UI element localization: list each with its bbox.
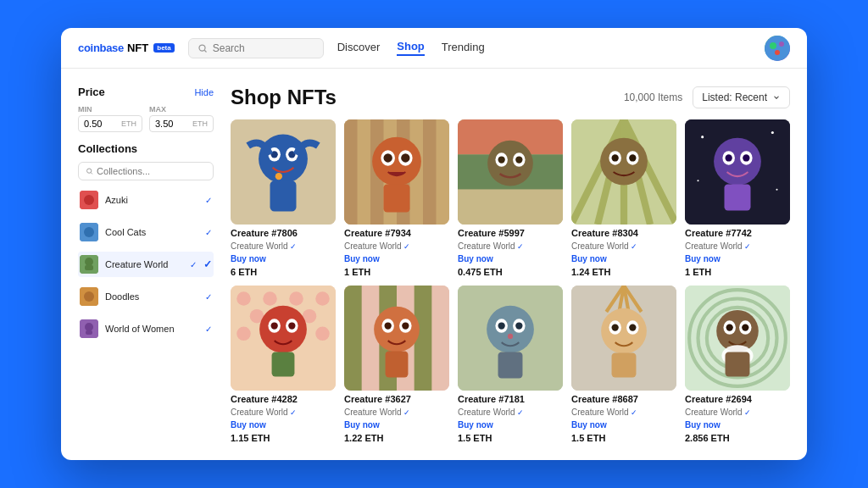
- sidebar: Price Hide MIN ETH MAX: [78, 86, 214, 443]
- svg-rect-38: [384, 184, 410, 212]
- nft-buy-8304[interactable]: Buy now: [571, 254, 676, 263]
- nft-card-8687[interactable]: Creature #8687 Creature World ✓ Buy now …: [571, 286, 676, 443]
- collection-item-doodles[interactable]: Doodles ✓: [78, 284, 214, 309]
- nft-image-4282: [231, 286, 336, 391]
- verified-icon-5997: ✓: [517, 242, 524, 251]
- creature-world-name: Creature World: [105, 259, 183, 269]
- nft-collection-7181: Creature World ✓: [458, 408, 563, 417]
- svg-line-7: [91, 173, 92, 175]
- nft-price-5997: 0.475 ETH: [458, 267, 563, 277]
- nft-card-7742[interactable]: Creature #7742 Creature World ✓ Buy now …: [685, 119, 790, 277]
- nft-price-8304: 1.24 ETH: [571, 267, 676, 277]
- sort-dropdown[interactable]: Listed: Recent: [693, 86, 790, 108]
- search-bar[interactable]: [188, 38, 324, 58]
- svg-point-54: [600, 138, 648, 186]
- search-input[interactable]: [213, 42, 314, 54]
- nft-card-2694[interactable]: Creature #2694 Creature World ✓ Buy now …: [685, 286, 790, 443]
- nft-buy-4282[interactable]: Buy now: [231, 420, 336, 430]
- svg-rect-105: [498, 352, 523, 379]
- svg-rect-89: [344, 286, 362, 391]
- avatar[interactable]: [765, 36, 790, 61]
- verified-icon-8687: ✓: [631, 408, 637, 417]
- nft-collection-7806: Creature World ✓: [231, 241, 336, 251]
- svg-point-13: [85, 258, 93, 266]
- svg-rect-87: [272, 352, 295, 377]
- nft-price-7806: 6 ETH: [231, 267, 336, 277]
- nft-buy-5997[interactable]: Buy now: [458, 254, 563, 263]
- svg-point-60: [714, 138, 761, 186]
- collection-item-azuki[interactable]: Azuki ✓: [78, 187, 214, 213]
- nav-discover[interactable]: Discover: [337, 41, 381, 55]
- svg-point-66: [701, 136, 704, 138]
- nft-name-7806: Creature #7806: [231, 228, 336, 238]
- nav-trending[interactable]: Trending: [442, 41, 485, 55]
- svg-rect-26: [270, 180, 297, 211]
- nav-shop[interactable]: Shop: [397, 40, 425, 56]
- svg-point-111: [601, 308, 647, 354]
- collection-item-creature-world[interactable]: Creature World ✓ ✓: [78, 252, 214, 277]
- svg-point-57: [612, 154, 619, 161]
- nft-buy-7934[interactable]: Buy now: [344, 254, 449, 263]
- svg-line-1: [204, 50, 206, 52]
- nft-buy-7742[interactable]: Buy now: [685, 254, 790, 263]
- nft-buy-8687[interactable]: Buy now: [571, 420, 676, 430]
- svg-point-102: [498, 322, 505, 329]
- search-icon: [198, 43, 208, 53]
- cool-cats-thumb: [80, 223, 98, 241]
- nft-image-8304: [571, 119, 676, 225]
- nft-buy-7181[interactable]: Buy now: [458, 420, 563, 430]
- page-title: Shop NFTs: [231, 86, 337, 109]
- nft-card-4282[interactable]: Creature #4282 Creature World ✓ Buy now …: [231, 286, 336, 443]
- collection-item-world-of-women[interactable]: World of Women ✓: [78, 316, 214, 341]
- nft-card-7181[interactable]: Creature #7181 Creature World ✓ Buy now …: [458, 286, 563, 443]
- nft-name-7934: Creature #7934: [344, 228, 449, 238]
- nft-name-5997: Creature #5997: [458, 228, 563, 238]
- svg-point-9: [84, 195, 94, 205]
- svg-point-114: [612, 324, 619, 330]
- nft-image-7181: [458, 286, 563, 391]
- nft-card-5997[interactable]: Creature #5997 Creature World ✓ Buy now …: [458, 119, 563, 277]
- nft-buy-7806[interactable]: Buy now: [231, 254, 336, 263]
- svg-point-58: [629, 154, 636, 161]
- sort-label: Listed: Recent: [702, 92, 767, 103]
- svg-rect-97: [386, 352, 409, 378]
- creature-world-thumb: [80, 255, 98, 274]
- doodles-name: Doodles: [105, 291, 198, 302]
- svg-point-43: [487, 141, 533, 186]
- nft-card-7934[interactable]: Creature #7934 Creature World ✓ Buy now …: [344, 119, 449, 277]
- doodles-verified-icon: ✓: [205, 292, 212, 302]
- verified-icon-7806: ✓: [290, 242, 297, 251]
- svg-point-67: [771, 131, 774, 134]
- nft-card-3627[interactable]: Creature #3627 Creature World ✓ Buy now …: [344, 286, 449, 443]
- nft-name-2694: Creature #2694: [685, 394, 790, 404]
- collection-item-cool-cats[interactable]: Cool Cats ✓: [78, 219, 214, 245]
- nft-price-4282: 1.15 ETH: [231, 433, 336, 443]
- world-of-women-verified-icon: ✓: [205, 324, 212, 334]
- verified-icon-7934: ✓: [403, 242, 410, 251]
- nft-card-7806[interactable]: Creature #7806 Creature World ✓ Buy now …: [231, 119, 336, 277]
- verified-icon-7181: ✓: [517, 408, 524, 417]
- price-section: Price Hide MIN ETH MAX: [78, 86, 214, 132]
- collections-search-input[interactable]: [97, 166, 206, 176]
- svg-point-16: [84, 291, 94, 302]
- nft-grid: Creature #7806 Creature World ✓ Buy now …: [231, 119, 790, 443]
- nft-buy-2694[interactable]: Buy now: [685, 420, 790, 430]
- collections-search[interactable]: [78, 162, 214, 180]
- max-price-input[interactable]: [155, 119, 189, 129]
- nft-name-7181: Creature #7181: [458, 394, 563, 404]
- nav-links: Discover Shop Trending: [337, 40, 751, 56]
- min-price-row: ETH: [78, 115, 142, 132]
- nft-collection-5997: Creature World ✓: [458, 241, 563, 251]
- svg-point-6: [87, 169, 92, 173]
- nft-buy-3627[interactable]: Buy now: [344, 420, 449, 430]
- hide-link[interactable]: Hide: [194, 87, 214, 97]
- svg-point-85: [271, 322, 278, 329]
- verified-icon-4282: ✓: [290, 408, 297, 417]
- nft-price-7181: 1.5 ETH: [458, 433, 563, 443]
- svg-point-95: [385, 322, 392, 329]
- min-price-input[interactable]: [84, 119, 118, 129]
- svg-point-78: [236, 327, 251, 341]
- nft-card-8304[interactable]: Creature #8304 Creature World ✓ Buy now …: [571, 119, 676, 277]
- svg-rect-65: [725, 184, 751, 210]
- main-content: Price Hide MIN ETH MAX: [61, 69, 807, 460]
